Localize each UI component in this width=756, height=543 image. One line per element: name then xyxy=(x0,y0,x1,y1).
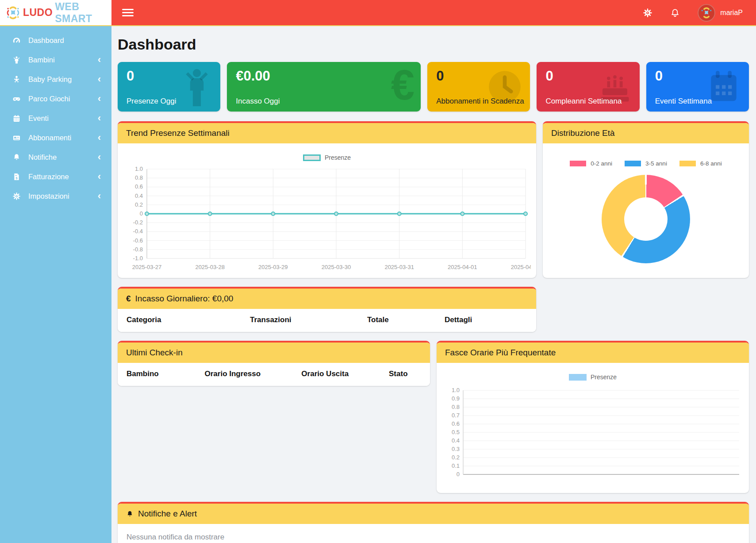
income-table-header: Categoria Transazioni Totale Dettagli xyxy=(118,309,536,332)
gear-icon xyxy=(12,192,21,200)
bell-icon[interactable] xyxy=(670,8,680,18)
sidebar-item-label: Notifiche xyxy=(28,153,90,162)
gear-icon[interactable] xyxy=(643,8,652,18)
legend-label: 0-2 anni xyxy=(591,160,612,167)
sidebar-item-label: Baby Parking xyxy=(28,75,90,84)
sidebar-item-abbonamenti[interactable]: Abbonamenti ‹ xyxy=(0,128,111,147)
legend-label: Presenze xyxy=(591,374,617,381)
baby-icon xyxy=(12,75,21,84)
sidebar-item-fatturazione[interactable]: $ Fatturazione ‹ xyxy=(0,167,111,186)
sidebar-item-label: Eventi xyxy=(28,114,90,123)
svg-text:2025-03-28: 2025-03-28 xyxy=(195,264,225,270)
svg-text:0: 0 xyxy=(457,471,460,478)
svg-text:-0.8: -0.8 xyxy=(133,246,143,253)
legend-swatch xyxy=(569,374,587,381)
invoice-icon: $ xyxy=(12,173,21,181)
stat-card-compleanni-settimana: 0 Compleanni Settimana xyxy=(537,62,639,112)
legend-label: 6-8 anni xyxy=(700,160,722,167)
bell-icon xyxy=(12,153,21,162)
chart-legend: 0-2 anni3-5 anni6-8 anni xyxy=(543,160,749,167)
card-header: Notifiche e Alert xyxy=(118,504,749,524)
fasce-orarie-card: Fasce Orarie Più Frequentate Presenze 1.… xyxy=(437,341,749,493)
user-name: mariaP xyxy=(720,9,743,17)
sidebar-item-label: Parco Giochi xyxy=(28,95,90,103)
svg-text:0.3: 0.3 xyxy=(452,446,460,452)
page-title: Dashboard xyxy=(118,36,749,53)
sidebar-item-eventi[interactable]: Eventi ‹ xyxy=(0,108,111,128)
chevron-left-icon: ‹ xyxy=(98,172,101,181)
line-chart: 1.00.80.60.40.20-0.2-0.4-0.6-0.8-1.02025… xyxy=(124,165,531,274)
chevron-left-icon: ‹ xyxy=(98,74,101,84)
trend-presenze-card: Trend Presenze Settimanali Presenze 1.00… xyxy=(118,121,536,278)
stat-label: Incasso Oggi xyxy=(236,97,280,106)
avatar xyxy=(698,4,715,22)
sidebar-item-label: Abbonamenti xyxy=(28,134,90,142)
legend-swatch xyxy=(625,161,641,166)
brand-word-websmart: WEB SMART xyxy=(55,1,111,25)
sidebar-item-notifiche[interactable]: Notifiche ‹ xyxy=(0,147,111,167)
sidebar-item-label: Dashboard xyxy=(28,36,101,45)
membership-card-icon xyxy=(12,134,21,142)
ludoweb-mark-icon xyxy=(700,6,713,19)
stat-card-eventi-settimana: 0 Eventi Settimana xyxy=(646,62,749,112)
brand-word-ludo: LUDO xyxy=(23,7,53,19)
ultimi-checkin-card: Ultimi Check-in Bambino Orario Ingresso … xyxy=(118,341,430,386)
chevron-left-icon: ‹ xyxy=(98,152,101,162)
main-content: Dashboard 0 Presenze Oggi €0.00 € Incass… xyxy=(111,26,756,543)
gamepad-icon xyxy=(12,95,21,103)
stat-label: Eventi Settimana xyxy=(655,97,712,106)
trend-chart-area: Presenze 1.00.80.60.40.20-0.2-0.4-0.6-0.… xyxy=(118,143,536,278)
column-header: Dettagli xyxy=(436,309,536,332)
svg-text:0.4: 0.4 xyxy=(135,193,143,199)
donut-chart xyxy=(602,175,690,263)
svg-text:1.0: 1.0 xyxy=(452,387,460,393)
legend-swatch xyxy=(570,161,586,166)
child-icon xyxy=(12,56,21,64)
brand-logo[interactable]: LUDOWEB SMART xyxy=(0,0,111,25)
svg-text:0.2: 0.2 xyxy=(452,454,460,461)
spacer xyxy=(543,287,749,332)
legend-swatch xyxy=(679,161,696,166)
card-title: Incasso Giornaliero: €0,00 xyxy=(135,294,234,304)
sidebar-item-bambini[interactable]: Bambini ‹ xyxy=(0,50,111,69)
column-header: Orario Uscita xyxy=(292,363,380,386)
legend-item: 3-5 anni xyxy=(625,160,667,167)
card-title: Fasce Orarie Più Frequentate xyxy=(445,348,556,358)
topbar: LUDOWEB SMART xyxy=(0,0,756,26)
hamburger-icon[interactable] xyxy=(122,9,134,16)
card-header: Ultimi Check-in xyxy=(118,343,430,363)
column-header: Categoria xyxy=(118,309,241,332)
svg-text:-0.6: -0.6 xyxy=(133,237,143,244)
sidebar-item-baby-parking[interactable]: Baby Parking ‹ xyxy=(0,69,111,89)
card-header: Trend Presenze Settimanali xyxy=(118,123,536,143)
svg-text:$: $ xyxy=(16,176,18,180)
stat-card-presenze-oggi: 0 Presenze Oggi xyxy=(118,62,220,112)
card-header: Fasce Orarie Più Frequentate xyxy=(437,343,749,363)
calendar-icon xyxy=(12,114,21,123)
chart-legend: Presenze xyxy=(124,145,530,165)
stat-cards-row: 0 Presenze Oggi €0.00 € Incasso Oggi 0 A… xyxy=(118,62,749,112)
svg-text:0.6: 0.6 xyxy=(452,420,460,427)
stat-value: €0.00 xyxy=(236,68,412,85)
ludoweb-mark-icon xyxy=(5,4,21,22)
stat-card-incasso-oggi: €0.00 € Incasso Oggi xyxy=(227,62,421,112)
svg-text:0.4: 0.4 xyxy=(452,437,460,444)
bottom-row: Ultimi Check-in Bambino Orario Ingresso … xyxy=(118,341,749,493)
chevron-left-icon: ‹ xyxy=(98,55,101,65)
legend-label: 3-5 anni xyxy=(645,160,667,167)
svg-text:-0.2: -0.2 xyxy=(133,219,143,226)
chevron-left-icon: ‹ xyxy=(98,94,101,104)
sidebar-item-impostazioni[interactable]: Impostazioni ‹ xyxy=(0,186,111,206)
sidebar-item-label: Fatturazione xyxy=(28,173,90,181)
speedometer-icon xyxy=(12,36,21,45)
svg-text:0.2: 0.2 xyxy=(135,201,143,208)
user-menu[interactable]: mariaP xyxy=(698,4,743,22)
card-title: Trend Presenze Settimanali xyxy=(126,128,230,138)
chevron-left-icon: ‹ xyxy=(98,133,101,142)
sidebar-item-parco-giochi[interactable]: Parco Giochi ‹ xyxy=(0,89,111,108)
svg-text:2025-03-31: 2025-03-31 xyxy=(384,264,414,270)
stat-label: Abbonamenti in Scadenza xyxy=(436,97,524,106)
svg-text:0: 0 xyxy=(140,210,143,217)
sidebar-item-dashboard[interactable]: Dashboard xyxy=(0,31,111,50)
column-header: Bambino xyxy=(118,363,196,386)
